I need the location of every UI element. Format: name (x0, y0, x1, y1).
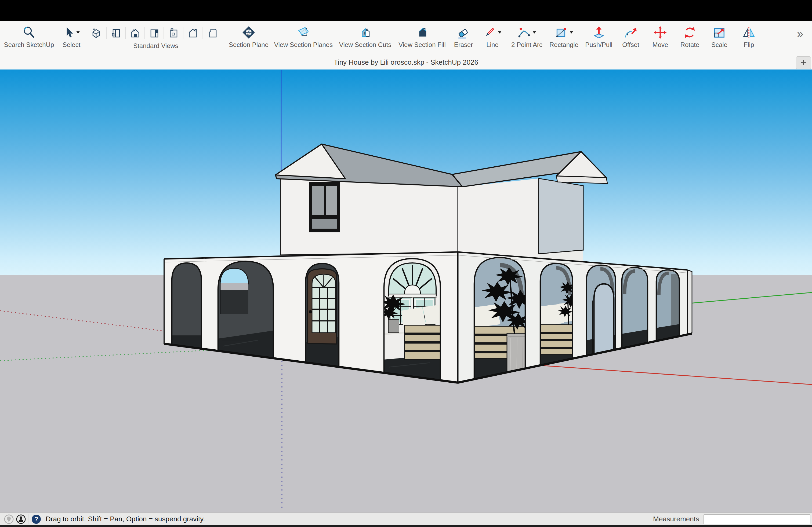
svg-text:?: ? (34, 516, 38, 523)
rotate-icon (683, 26, 697, 40)
view-back-icon[interactable] (167, 27, 180, 40)
toolbar-separator (163, 27, 164, 39)
push-pull-icon (592, 26, 606, 40)
rectangle-icon (554, 26, 568, 40)
line-tool-button[interactable]: Line (483, 25, 502, 48)
main-toolbar: Search SketchUp Select (0, 21, 812, 70)
model-viewport[interactable] (0, 70, 812, 512)
toolbar-separator (183, 27, 184, 39)
scale-tool-button[interactable]: Scale (711, 25, 727, 48)
toolbar-separator (125, 27, 126, 39)
view-section-fill-icon (415, 26, 429, 40)
view-section-planes-button[interactable]: View Section Planes (274, 25, 333, 48)
statusbar-separator (28, 514, 28, 524)
eraser-icon (456, 26, 470, 40)
measurements-input[interactable] (704, 514, 810, 524)
view-section-fill-button[interactable]: View Section Fill (398, 25, 446, 48)
status-hint-text: Drag to orbit. Shift = Pan, Option = sus… (46, 513, 205, 525)
toolbar-separator (202, 27, 202, 39)
pencil-icon (483, 26, 496, 40)
view-section-cuts-icon (358, 26, 372, 40)
flip-tool-button[interactable]: Flip (742, 25, 756, 48)
chevron-down-icon[interactable] (497, 31, 502, 34)
window-chrome-bar (0, 0, 812, 21)
flip-icon (742, 26, 756, 40)
section-plane-icon: C A-5 (242, 26, 256, 40)
view-left-icon[interactable] (110, 27, 122, 40)
search-sketchup-button[interactable]: Search SketchUp (4, 25, 54, 48)
view-front-icon[interactable] (129, 27, 142, 40)
help-icon[interactable]: ? (31, 514, 41, 524)
offset-icon (624, 26, 638, 40)
search-icon (22, 26, 36, 40)
view-section-planes-icon (296, 26, 310, 40)
select-cursor-icon (62, 26, 74, 40)
status-bar: ? Drag to orbit. Shift = Pan, Option = s… (0, 512, 812, 525)
chevron-down-icon[interactable] (76, 31, 80, 34)
eraser-tool-button[interactable]: Eraser (454, 25, 473, 48)
rectangle-tool-button[interactable]: Rectangle (549, 25, 578, 48)
view-iso-icon[interactable] (90, 27, 103, 40)
document-title: Tiny House by Lili orosco.skp - SketchUp… (0, 58, 812, 66)
offset-tool-button[interactable]: Offset (622, 25, 639, 48)
person-info-icon[interactable] (16, 514, 26, 524)
toolbar-separator (144, 27, 145, 39)
viewport-sky (0, 70, 812, 275)
svg-text:A-5: A-5 (247, 33, 250, 36)
view-right-icon[interactable] (148, 27, 161, 40)
add-scene-tab-button[interactable]: + (796, 56, 811, 69)
chevron-down-icon[interactable] (569, 31, 574, 34)
select-tool-button[interactable]: Select (62, 25, 81, 48)
window-bottom-edge (0, 525, 812, 527)
toolbar-separator (106, 27, 106, 39)
viewport-ground (0, 275, 812, 512)
sketchup-window: Search SketchUp Select (0, 0, 812, 527)
view-section-cuts-button[interactable]: View Section Cuts (339, 25, 391, 48)
move-tool-button[interactable]: Move (653, 25, 668, 48)
chevron-down-icon[interactable] (532, 31, 536, 34)
push-pull-button[interactable]: Push/Pull (585, 25, 612, 48)
svg-text:C: C (248, 29, 249, 32)
toolbar-overflow-button[interactable]: » (797, 28, 803, 40)
move-icon (653, 26, 667, 40)
view-bottom-icon[interactable] (206, 27, 219, 40)
two-point-arc-icon (517, 26, 531, 40)
geolocation-icon[interactable] (4, 514, 14, 524)
scale-icon (712, 26, 726, 40)
two-point-arc-button[interactable]: 2 Point Arc (511, 25, 542, 48)
rotate-tool-button[interactable]: Rotate (680, 25, 699, 48)
standard-views-label: Standard Views (133, 42, 178, 50)
overflow-chevron-icon: » (797, 28, 803, 40)
measurements-label: Measurements (653, 515, 699, 523)
view-top-icon[interactable] (186, 27, 199, 40)
section-plane-button[interactable]: C A-5 Section Plane (229, 25, 269, 48)
